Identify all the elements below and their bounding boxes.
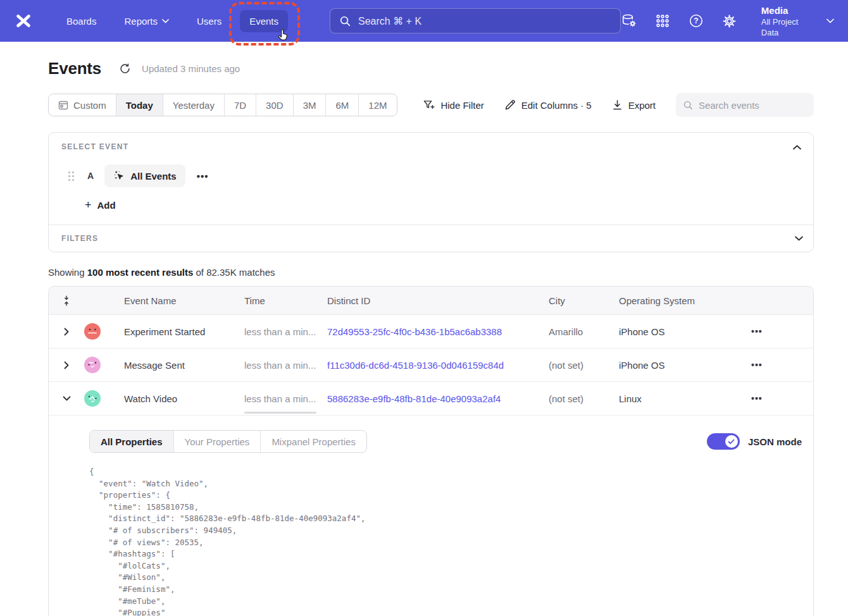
nav-item-boards[interactable]: Boards: [57, 10, 106, 32]
drag-handle[interactable]: [68, 171, 74, 181]
last-updated-text: Updated 3 minutes ago: [142, 63, 240, 74]
horizontal-scrollbar-thumb[interactable]: [244, 412, 316, 414]
results-summary: Showing 100 most recent results of 82.35…: [48, 267, 814, 278]
expand-row-icon[interactable]: [64, 328, 69, 336]
json-mode-toggle[interactable]: [707, 433, 740, 450]
cell-city: (not set): [549, 393, 619, 404]
table-row[interactable]: Message Sent less than a min... f11c30d6…: [49, 348, 813, 382]
col-city[interactable]: City: [549, 295, 619, 306]
page-content: Events Updated 3 minutes ago Custom Toda…: [0, 59, 848, 616]
table-header: Event Name Time Distinct ID City Operati…: [49, 286, 813, 315]
filters-label: FILTERS: [61, 234, 98, 243]
select-event-label: SELECT EVENT: [61, 142, 801, 151]
table-row-expanded[interactable]: Watch Video less than a min... 5886283e-…: [49, 382, 813, 416]
nav-item-reports-label: Reports: [124, 16, 158, 27]
cell-city: Amarillo: [549, 326, 619, 337]
event-selector-button[interactable]: All Events: [104, 164, 185, 187]
cell-event-name: Message Sent: [108, 360, 244, 371]
expand-row-icon[interactable]: [64, 361, 69, 369]
col-operating-system[interactable]: Operating System: [619, 295, 750, 306]
sparkle-cursor-icon: [113, 170, 125, 182]
project-name: Media: [761, 4, 818, 16]
tab-all-properties[interactable]: All Properties: [90, 431, 174, 452]
properties-tabs: All Properties Your Properties Mixpanel …: [89, 430, 367, 453]
date-option-7d[interactable]: 7D: [225, 94, 256, 116]
date-option-6m[interactable]: 6M: [326, 94, 359, 116]
hide-filter-button[interactable]: Hide Filter: [423, 99, 483, 111]
mixpanel-logo-glyph: [14, 11, 33, 30]
avatar-face: [84, 390, 101, 407]
results-count: 100 most recent results: [87, 267, 194, 278]
cell-distinct-id-link[interactable]: 5886283e-e9fb-48fb-81de-40e9093a2af4: [327, 393, 549, 404]
filters-section[interactable]: FILTERS: [49, 225, 813, 252]
primary-nav: Boards Reports Users Events: [57, 10, 288, 32]
date-option-3m[interactable]: 3M: [294, 94, 327, 116]
row-detail-panel: All Properties Your Properties Mixpanel …: [49, 416, 813, 616]
cell-time: less than a min...: [244, 360, 327, 371]
global-search-placeholder: Search ⌘ + K: [358, 15, 421, 27]
event-query-row: A All Events •••: [61, 164, 801, 187]
nav-item-events[interactable]: Events: [240, 10, 288, 32]
calendar-icon: [58, 100, 68, 110]
tab-mixpanel-properties[interactable]: Mixpanel Properties: [261, 431, 366, 452]
svg-text:?: ?: [694, 16, 698, 25]
chevron-down-icon[interactable]: [795, 236, 803, 241]
row-more-button[interactable]: •••: [750, 360, 813, 370]
export-label: Export: [628, 100, 656, 111]
cell-time: less than a min...: [244, 393, 327, 404]
events-search-input[interactable]: [699, 100, 806, 111]
data-management-icon[interactable]: [621, 13, 637, 29]
chevron-down-icon: [826, 18, 834, 23]
export-button[interactable]: Export: [612, 99, 656, 111]
add-event-button[interactable]: + Add: [85, 199, 116, 212]
nav-item-users[interactable]: Users: [187, 10, 231, 32]
table-toolbar: Hide Filter Edit Columns · 5 Export: [423, 93, 814, 117]
mixpanel-logo[interactable]: [13, 10, 34, 32]
col-distinct-id[interactable]: Distinct ID: [327, 295, 549, 306]
date-option-yesterday[interactable]: Yesterday: [163, 94, 225, 116]
results-suffix: of 82.35K matches: [193, 267, 275, 278]
table-row[interactable]: Experiment Started less than a min... 72…: [49, 315, 813, 348]
collapse-all-sort-icon[interactable]: [63, 295, 70, 306]
edit-columns-label: Edit Columns · 5: [521, 100, 592, 111]
select-event-section: SELECT EVENT A: [49, 133, 813, 225]
collapse-section-button[interactable]: [790, 141, 803, 154]
col-time[interactable]: Time: [244, 295, 327, 306]
apps-grid-icon[interactable]: [654, 13, 671, 29]
date-range-selector: Custom Today Yesterday 7D 30D 3M 6M 12M: [48, 94, 397, 116]
download-icon: [612, 99, 623, 111]
cell-distinct-id-link[interactable]: f11c30d6-dc6d-4518-9136-0d046159c84d: [327, 360, 549, 371]
help-icon[interactable]: ?: [688, 13, 704, 29]
refresh-icon[interactable]: [119, 63, 132, 75]
nav-item-reports[interactable]: Reports: [115, 10, 178, 32]
col-event-name[interactable]: Event Name: [108, 295, 244, 306]
json-mode-control: JSON mode: [707, 433, 802, 450]
event-avatar: [84, 323, 101, 340]
date-option-12m[interactable]: 12M: [359, 94, 396, 116]
project-scope: All Project Data: [761, 16, 818, 38]
cell-distinct-id-link[interactable]: 72d49553-25fc-4f0c-b436-1b5ac6ab3388: [327, 326, 549, 337]
global-search-input[interactable]: Search ⌘ + K: [330, 8, 621, 34]
collapse-row-icon[interactable]: [63, 396, 71, 401]
event-selector-label: All Events: [130, 171, 177, 182]
query-builder-card: SELECT EVENT A: [48, 132, 814, 252]
avatar-face: [84, 323, 101, 340]
cell-time: less than a min...: [244, 326, 327, 337]
project-switcher[interactable]: Media All Project Data: [761, 4, 834, 38]
tab-your-properties[interactable]: Your Properties: [174, 431, 261, 452]
cell-os: iPhone OS: [619, 326, 750, 337]
mouse-cursor-icon: [276, 28, 290, 45]
event-row-more-button[interactable]: •••: [197, 171, 209, 182]
date-option-today[interactable]: Today: [116, 94, 163, 116]
add-event-label: Add: [97, 200, 116, 211]
row-more-button[interactable]: •••: [750, 326, 813, 336]
edit-columns-button[interactable]: Edit Columns · 5: [504, 99, 592, 111]
date-option-30d[interactable]: 30D: [256, 94, 294, 116]
event-json-viewer[interactable]: { "event": "Watch Video", "properties": …: [89, 466, 802, 616]
date-option-custom[interactable]: Custom: [49, 94, 116, 116]
filter-icon: [423, 99, 435, 111]
plus-icon: +: [85, 199, 92, 212]
settings-gear-icon[interactable]: [721, 13, 738, 29]
row-more-button[interactable]: •••: [750, 393, 813, 403]
detail-toolbar: All Properties Your Properties Mixpanel …: [89, 430, 802, 453]
